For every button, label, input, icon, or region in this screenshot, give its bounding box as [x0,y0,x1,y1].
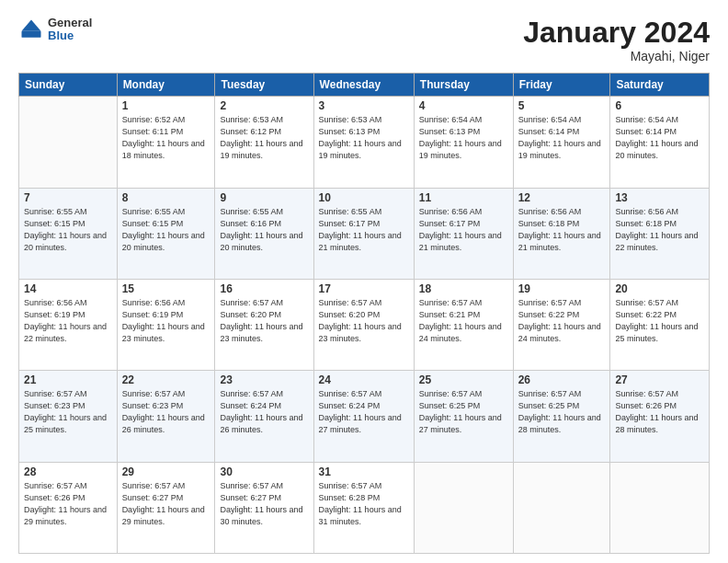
calendar-cell: 7Sunrise: 6:55 AM Sunset: 6:15 PM Daylig… [19,188,118,279]
day-number: 14 [24,282,112,295]
calendar-cell [414,462,513,553]
svg-rect-1 [22,31,41,38]
calendar-table: Sunday Monday Tuesday Wednesday Thursday… [18,73,710,554]
day-number: 3 [319,99,409,112]
day-info: Sunrise: 6:57 AM Sunset: 6:28 PM Dayligh… [319,480,409,528]
day-info: Sunrise: 6:57 AM Sunset: 6:24 PM Dayligh… [220,388,308,436]
day-number: 21 [24,373,112,386]
calendar-cell: 25Sunrise: 6:57 AM Sunset: 6:25 PM Dayli… [414,371,513,462]
day-number: 1 [122,99,210,112]
logo-general-text: General [48,17,92,29]
day-info: Sunrise: 6:57 AM Sunset: 6:21 PM Dayligh… [419,297,508,345]
day-number: 13 [615,191,704,204]
day-info: Sunrise: 6:54 AM Sunset: 6:13 PM Dayligh… [419,114,508,162]
col-monday: Monday [117,74,215,97]
calendar-cell: 14Sunrise: 6:56 AM Sunset: 6:19 PM Dayli… [19,279,118,370]
day-info: Sunrise: 6:57 AM Sunset: 6:26 PM Dayligh… [24,480,112,528]
calendar-cell: 11Sunrise: 6:56 AM Sunset: 6:17 PM Dayli… [414,188,513,279]
day-info: Sunrise: 6:57 AM Sunset: 6:23 PM Dayligh… [24,388,112,436]
calendar-cell: 21Sunrise: 6:57 AM Sunset: 6:23 PM Dayli… [19,371,118,462]
calendar-cell: 19Sunrise: 6:57 AM Sunset: 6:22 PM Dayli… [513,279,610,370]
calendar-cell: 13Sunrise: 6:56 AM Sunset: 6:18 PM Dayli… [610,188,710,279]
calendar-cell: 31Sunrise: 6:57 AM Sunset: 6:28 PM Dayli… [313,462,414,553]
day-number: 2 [220,99,308,112]
col-sunday: Sunday [19,74,118,97]
title-block: January 2024 Mayahi, Niger [523,17,710,63]
day-number: 26 [518,373,606,386]
day-info: Sunrise: 6:53 AM Sunset: 6:12 PM Dayligh… [220,114,308,162]
calendar-cell: 29Sunrise: 6:57 AM Sunset: 6:27 PM Dayli… [117,462,215,553]
calendar-cell: 1Sunrise: 6:52 AM Sunset: 6:11 PM Daylig… [117,97,215,188]
day-info: Sunrise: 6:57 AM Sunset: 6:20 PM Dayligh… [220,297,308,345]
day-info: Sunrise: 6:57 AM Sunset: 6:27 PM Dayligh… [122,480,210,528]
day-info: Sunrise: 6:57 AM Sunset: 6:25 PM Dayligh… [518,388,606,436]
logo-blue-text: Blue [48,29,92,42]
day-info: Sunrise: 6:57 AM Sunset: 6:26 PM Dayligh… [615,388,704,436]
calendar-week-row: 1Sunrise: 6:52 AM Sunset: 6:11 PM Daylig… [19,97,710,188]
calendar-cell: 24Sunrise: 6:57 AM Sunset: 6:24 PM Dayli… [313,371,414,462]
day-number: 6 [615,99,704,112]
day-info: Sunrise: 6:57 AM Sunset: 6:27 PM Dayligh… [220,480,308,528]
day-info: Sunrise: 6:54 AM Sunset: 6:14 PM Dayligh… [518,114,606,162]
calendar-cell [513,462,610,553]
calendar-cell: 16Sunrise: 6:57 AM Sunset: 6:20 PM Dayli… [215,279,313,370]
day-info: Sunrise: 6:52 AM Sunset: 6:11 PM Dayligh… [122,114,210,162]
day-info: Sunrise: 6:53 AM Sunset: 6:13 PM Dayligh… [319,114,409,162]
day-number: 5 [518,99,606,112]
calendar-cell: 2Sunrise: 6:53 AM Sunset: 6:12 PM Daylig… [215,97,313,188]
calendar-week-row: 28Sunrise: 6:57 AM Sunset: 6:26 PM Dayli… [19,462,710,553]
col-thursday: Thursday [414,74,513,97]
calendar-cell: 27Sunrise: 6:57 AM Sunset: 6:26 PM Dayli… [610,371,710,462]
day-number: 4 [419,99,508,112]
logo: General Blue [18,17,92,43]
day-info: Sunrise: 6:57 AM Sunset: 6:24 PM Dayligh… [319,388,409,436]
calendar-cell: 30Sunrise: 6:57 AM Sunset: 6:27 PM Dayli… [215,462,313,553]
calendar-cell: 8Sunrise: 6:55 AM Sunset: 6:15 PM Daylig… [117,188,215,279]
day-info: Sunrise: 6:56 AM Sunset: 6:18 PM Dayligh… [615,206,704,254]
day-info: Sunrise: 6:56 AM Sunset: 6:19 PM Dayligh… [24,297,112,345]
day-number: 18 [419,282,508,295]
day-number: 28 [24,465,112,478]
day-number: 7 [24,191,112,204]
month-title: January 2024 [523,17,710,49]
day-info: Sunrise: 6:56 AM Sunset: 6:17 PM Dayligh… [419,206,508,254]
logo-icon [18,17,44,42]
calendar-cell: 22Sunrise: 6:57 AM Sunset: 6:23 PM Dayli… [117,371,215,462]
day-info: Sunrise: 6:55 AM Sunset: 6:15 PM Dayligh… [122,206,210,254]
day-info: Sunrise: 6:57 AM Sunset: 6:20 PM Dayligh… [319,297,409,345]
calendar-cell: 10Sunrise: 6:55 AM Sunset: 6:17 PM Dayli… [313,188,414,279]
col-friday: Friday [513,74,610,97]
calendar-cell: 5Sunrise: 6:54 AM Sunset: 6:14 PM Daylig… [513,97,610,188]
svg-marker-0 [22,20,41,31]
calendar-cell: 12Sunrise: 6:56 AM Sunset: 6:18 PM Dayli… [513,188,610,279]
calendar-week-row: 14Sunrise: 6:56 AM Sunset: 6:19 PM Dayli… [19,279,710,370]
col-saturday: Saturday [610,74,710,97]
calendar-cell: 18Sunrise: 6:57 AM Sunset: 6:21 PM Dayli… [414,279,513,370]
day-number: 29 [122,465,210,478]
day-info: Sunrise: 6:55 AM Sunset: 6:17 PM Dayligh… [319,206,409,254]
day-number: 27 [615,373,704,386]
calendar-cell [610,462,710,553]
day-number: 30 [220,465,308,478]
logo-text: General Blue [48,17,92,43]
day-info: Sunrise: 6:56 AM Sunset: 6:18 PM Dayligh… [518,206,606,254]
day-info: Sunrise: 6:56 AM Sunset: 6:19 PM Dayligh… [122,297,210,345]
day-info: Sunrise: 6:54 AM Sunset: 6:14 PM Dayligh… [615,114,704,162]
day-info: Sunrise: 6:57 AM Sunset: 6:22 PM Dayligh… [518,297,606,345]
day-info: Sunrise: 6:57 AM Sunset: 6:23 PM Dayligh… [122,388,210,436]
calendar-cell [19,97,118,188]
day-number: 17 [319,282,409,295]
calendar-cell: 26Sunrise: 6:57 AM Sunset: 6:25 PM Dayli… [513,371,610,462]
calendar-cell: 23Sunrise: 6:57 AM Sunset: 6:24 PM Dayli… [215,371,313,462]
calendar-header-row: Sunday Monday Tuesday Wednesday Thursday… [19,74,710,97]
day-info: Sunrise: 6:55 AM Sunset: 6:15 PM Dayligh… [24,206,112,254]
day-info: Sunrise: 6:55 AM Sunset: 6:16 PM Dayligh… [220,206,308,254]
day-number: 31 [319,465,409,478]
col-wednesday: Wednesday [313,74,414,97]
header: General Blue January 2024 Mayahi, Niger [18,17,710,63]
day-number: 15 [122,282,210,295]
day-number: 11 [419,191,508,204]
calendar-cell: 20Sunrise: 6:57 AM Sunset: 6:22 PM Dayli… [610,279,710,370]
calendar-week-row: 21Sunrise: 6:57 AM Sunset: 6:23 PM Dayli… [19,371,710,462]
page: General Blue January 2024 Mayahi, Niger … [0,0,728,563]
